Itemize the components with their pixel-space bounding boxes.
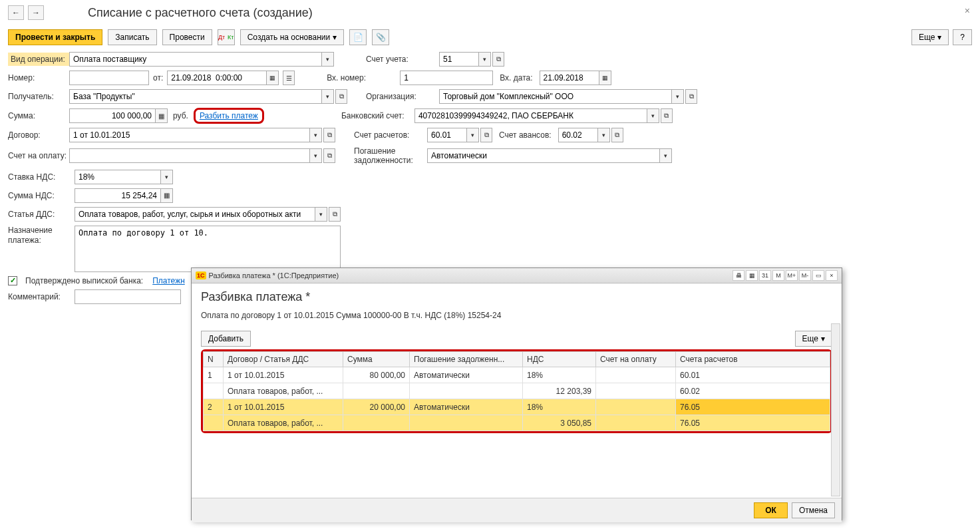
chevron-down-icon: ▾ (333, 33, 337, 42)
forward-button[interactable]: → (28, 5, 44, 20)
dropdown-icon[interactable]: ▾ (310, 148, 322, 163)
post-and-close-button[interactable]: Провести и закрыть (8, 29, 102, 45)
calculator-icon[interactable] (161, 188, 173, 203)
dropdown-icon[interactable]: ▾ (467, 128, 479, 142)
org-input[interactable] (439, 89, 672, 104)
lookup-icon[interactable]: ⧉ (480, 128, 492, 142)
table-row[interactable]: 11 от 10.01.201580 000,00Автоматически18… (204, 367, 830, 383)
ok-button[interactable]: ОК (754, 502, 788, 518)
split-table[interactable]: N Договор / Статья ДДС Сумма Погашение з… (203, 351, 830, 431)
in-number-input[interactable] (400, 71, 493, 85)
recipient-input[interactable] (69, 89, 322, 104)
contract-input[interactable] (69, 128, 310, 142)
col-contract[interactable]: Договор / Статья ДДС (224, 352, 343, 367)
attach-icon[interactable]: 📎 (372, 29, 389, 45)
comment-label: Комментарий: (8, 292, 69, 301)
split-payment-link[interactable]: Разбить платеж (200, 111, 258, 120)
date-input[interactable] (167, 71, 267, 85)
settle-acc-label: Счет расчетов: (354, 130, 427, 140)
vat-rate-input[interactable] (75, 170, 161, 184)
lookup-icon[interactable]: ⧉ (323, 128, 335, 142)
table-row[interactable]: Оплата товаров, работ, ...12 203,3960.02 (204, 383, 830, 399)
col-invoice[interactable]: Счет на оплату (596, 352, 676, 367)
vat-rate-label: Ставка НДС: (8, 172, 69, 182)
1c-logo-icon: 1C (196, 271, 206, 279)
in-date-input[interactable] (540, 71, 599, 85)
col-acc[interactable]: Счета расчетов (676, 352, 830, 367)
dropdown-icon[interactable]: ▾ (322, 52, 334, 67)
purpose-textarea[interactable] (75, 226, 341, 272)
number-input[interactable] (69, 71, 149, 85)
lookup-icon[interactable]: ⧉ (329, 207, 341, 222)
lookup-icon[interactable]: ⧉ (611, 128, 623, 142)
dropdown-icon[interactable]: ▾ (161, 170, 173, 184)
table-row[interactable]: 21 от 10.01.201520 000,00Автоматически18… (204, 399, 830, 415)
sum-input[interactable] (69, 108, 156, 123)
dropdown-icon[interactable]: ▾ (647, 108, 659, 123)
purpose-label: Назначение платежа: (8, 226, 69, 246)
create-based-button[interactable]: Создать на основании ▾ (240, 29, 345, 45)
modal-title: Разбивка платежа * (201, 290, 832, 304)
col-sum[interactable]: Сумма (343, 352, 410, 367)
settle-acc-input[interactable] (427, 128, 467, 142)
payment-order-link[interactable]: Платежн (152, 276, 185, 285)
dds-input[interactable] (75, 207, 315, 222)
dropdown-icon[interactable]: ▾ (672, 89, 684, 104)
memory-m-button[interactable]: M (772, 270, 784, 281)
advance-acc-input[interactable] (558, 128, 598, 142)
bank-acc-input[interactable] (414, 108, 647, 123)
write-button[interactable]: Записать (108, 29, 156, 45)
debt-input[interactable] (427, 148, 660, 163)
back-button[interactable]: ← (8, 5, 24, 20)
calendar-icon[interactable]: 31 (759, 270, 771, 281)
col-debt[interactable]: Погашение задолженн... (410, 352, 523, 367)
org-label: Организация: (366, 92, 439, 101)
document-icon[interactable]: 📄 (349, 29, 367, 45)
lookup-icon[interactable]: ⧉ (492, 52, 504, 67)
account-input[interactable] (439, 52, 479, 67)
calendar-icon[interactable]: ▦ (599, 71, 611, 85)
currency-label: руб. (173, 111, 188, 120)
col-vat[interactable]: НДС (523, 352, 596, 367)
add-button[interactable]: Добавить (201, 331, 251, 347)
vat-sum-input[interactable] (75, 188, 161, 203)
lookup-icon[interactable]: ⧉ (335, 89, 347, 104)
confirmed-checkbox[interactable]: ✓ (8, 276, 17, 285)
invoice-input[interactable] (69, 148, 310, 163)
memory-mplus-button[interactable]: M+ (786, 270, 798, 281)
comment-input[interactable] (75, 289, 181, 304)
dropdown-icon[interactable]: ▾ (315, 207, 327, 222)
grid-icon[interactable]: ▦ (746, 270, 758, 281)
minimize-icon[interactable]: ▭ (812, 270, 824, 281)
close-icon[interactable]: × (965, 5, 970, 16)
dropdown-icon[interactable]: ▾ (598, 128, 610, 142)
dtkt-icon[interactable]: ДтКт (218, 29, 235, 45)
scrollbar[interactable] (831, 323, 840, 496)
lookup-icon[interactable]: ⧉ (323, 148, 335, 163)
print-icon[interactable]: 🖶 (733, 270, 744, 281)
dropdown-icon[interactable]: ▾ (322, 89, 334, 104)
cancel-button[interactable]: Отмена (792, 502, 835, 518)
modal-more-button[interactable]: Еще ▾ (795, 331, 832, 347)
list-icon[interactable]: ☰ (283, 71, 295, 85)
help-button[interactable]: ? (953, 29, 972, 45)
account-label: Счет учета: (366, 55, 439, 64)
dropdown-icon[interactable]: ▾ (479, 52, 491, 67)
table-row[interactable]: Оплата товаров, работ, ...3 050,8576.05 (204, 415, 830, 431)
bank-acc-label: Банковский счет: (341, 111, 414, 120)
col-n[interactable]: N (204, 352, 224, 367)
dropdown-icon[interactable]: ▾ (660, 148, 672, 163)
number-label: Номер: (8, 73, 69, 83)
calculator-icon[interactable] (156, 108, 168, 123)
page-title: Списание с расчетного счета (создание) (88, 6, 313, 20)
lookup-icon[interactable]: ⧉ (661, 108, 673, 123)
post-button[interactable]: Провести (162, 29, 212, 45)
debt-label: Погашение задолженности: (354, 146, 427, 166)
close-icon[interactable]: × (826, 270, 838, 281)
dropdown-icon[interactable]: ▾ (310, 128, 322, 142)
calendar-icon[interactable]: ▦ (267, 71, 279, 85)
operation-type-input[interactable] (69, 52, 322, 67)
more-button[interactable]: Еще ▾ (911, 29, 949, 45)
memory-mminus-button[interactable]: M- (799, 270, 811, 281)
lookup-icon[interactable]: ⧉ (685, 89, 697, 104)
